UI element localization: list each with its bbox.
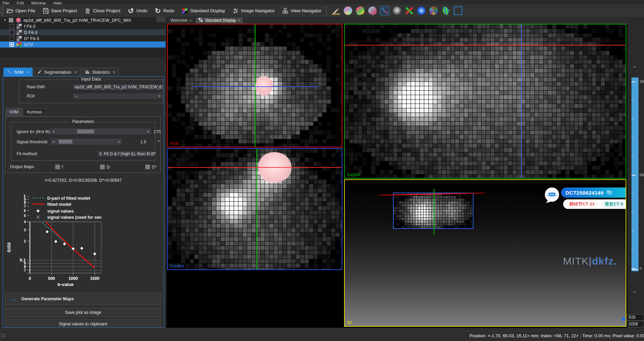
study-id-pill[interactable]: DCT250624149 (561, 187, 626, 198)
segmentation-pencil-tool-button[interactable] (332, 6, 340, 15)
slider-right-arrow[interactable]: ► (117, 140, 122, 143)
toolbar-save-project-button[interactable]: Save Project (42, 7, 77, 15)
coronal-plane-line[interactable] (192, 86, 319, 87)
toolbar-image-navigator-button[interactable]: Image Navigator (232, 7, 275, 15)
menu-item-edit[interactable]: Edit (17, 0, 24, 4)
svg-text:signal values (used for second: signal values (used for second fit) (47, 215, 116, 220)
data-node-root[interactable]: ▼ ep2d_diff_b50_800_Tra_p2 IVIM_TRACEW_D… (0, 17, 165, 23)
fiber-bundle-tool-button[interactable] (356, 6, 364, 15)
close-icon[interactable]: × (190, 18, 192, 22)
toolbar-button-label: Image Navigator (241, 8, 275, 13)
axial-viewport[interactable]: Axial (167, 24, 342, 147)
signal-threshold-star: * (158, 140, 160, 144)
toolbar-open-file-button[interactable]: Open File (6, 7, 35, 15)
finding-chip[interactable]: 肺结节CT 23 (566, 200, 598, 208)
tractography-tool-button[interactable] (442, 6, 450, 15)
robot-avatar-icon[interactable] (543, 187, 560, 204)
model-tab-kurtosis[interactable]: Kurtosis (23, 108, 46, 116)
visibility-checkbox[interactable] (9, 18, 13, 22)
visibility-checkbox[interactable] (10, 42, 14, 47)
mitk-dkfz-watermark: MITK|dkfz. (563, 255, 617, 267)
generate-parameter-maps-button[interactable]: → Generate Parameter Maps (5, 293, 161, 305)
close-icon[interactable]: × (238, 18, 240, 22)
data-node-d-fit-3[interactable]: D Fit-3 (0, 29, 165, 35)
level-value-field[interactable]: 515 (627, 314, 644, 321)
svg-text:fitted model: fitted model (47, 202, 71, 207)
slider-left-arrow[interactable]: ◄ (51, 140, 56, 143)
brain-labels-tool-button[interactable] (344, 6, 352, 15)
save-plot-button[interactable]: Save plot as image (5, 308, 161, 317)
editor-tab-welcome[interactable]: Welcome× (167, 17, 195, 24)
panel-tab-statistics[interactable]: Statistics× (81, 68, 119, 77)
ivim-diffusion-tool-button[interactable] (380, 6, 389, 15)
visibility-checkbox[interactable] (10, 24, 14, 29)
toolbar-redo-button[interactable]: ↻Redo (154, 7, 174, 15)
toolbar-grip-handle[interactable] (1, 6, 3, 15)
menu-item-window[interactable]: Window (31, 0, 46, 4)
sagittal-viewport[interactable]: Sagittal (344, 24, 626, 179)
panel-tab-segmentation[interactable]: Segmentation× (33, 68, 80, 77)
close-icon[interactable]: × (26, 70, 29, 75)
sagittal-plane-line[interactable] (255, 24, 255, 147)
coronal-viewport[interactable]: Coronal (167, 148, 342, 270)
roi-combobox[interactable]: -- ▼ (72, 93, 163, 100)
expander-icon[interactable]: ▼ (3, 18, 9, 22)
lw-tick-label: 1000 (640, 80, 644, 84)
editor-tab-standard-display[interactable]: Standard Display× (195, 17, 244, 24)
output-map-checkbox[interactable] (100, 165, 105, 169)
slider-handle[interactable] (59, 140, 72, 144)
model-tab-ivim[interactable]: IVIM (5, 108, 22, 116)
toolbar-standard-display-button[interactable]: Standard Display (181, 7, 225, 15)
menu-item-help[interactable]: Help (53, 0, 62, 4)
level-window-slider[interactable] (631, 77, 639, 272)
empty-selection-tool-button[interactable] (454, 6, 462, 15)
undo-icon: ↺ (127, 7, 135, 15)
output-map-checkbox[interactable] (55, 165, 60, 169)
axial-plane-line[interactable] (168, 167, 342, 168)
coronal-plane-line[interactable] (521, 24, 522, 178)
tree-scrollbar[interactable] (156, 17, 165, 22)
data-node-d-fit-3[interactable]: D* Fit-3 (0, 35, 165, 41)
toolbar-view-navigator-button[interactable]: View Navigator (282, 7, 322, 15)
3d-viewport[interactable]: DCT250624149 肺结节CT 23骨折CT 0 MITK|dkfz. 3… (344, 179, 626, 327)
window-value-field[interactable]: 1028 (627, 321, 644, 327)
slider-right-arrow[interactable]: ► (146, 130, 151, 133)
data-node-gtv[interactable]: GTV (0, 41, 165, 48)
close-icon[interactable]: × (113, 70, 115, 75)
fit-method-combobox[interactable]: 3. Fit D & f (high b), then fit D* ▼ (97, 150, 157, 157)
tab-label: Standard Display (205, 18, 236, 23)
toolbar-undo-button[interactable]: ↺Undo (127, 7, 147, 15)
data-node-f-fit-3[interactable]: f Fit-3 (0, 23, 165, 29)
slider-left-arrow[interactable]: ◄ (51, 130, 56, 133)
group-title: Parameters (70, 119, 97, 124)
tab-label: Statistics (92, 70, 110, 75)
raw-dwi-label: Raw DWI: (27, 85, 46, 89)
signal-values-clipboard-button[interactable]: Signal values to clipboard (5, 319, 161, 328)
raw-dwi-value: ep2d_diff_b50_800_Tra_p2 IVIM_TRACEW_DFC… (75, 85, 163, 89)
toolbar-close-project-button[interactable]: Close Project (84, 7, 120, 15)
signal-threshold-slider[interactable]: ◄ ► (51, 139, 122, 145)
brain-connectivity-tool-button[interactable] (417, 6, 426, 15)
panel-tab-ivim[interactable]: IVIM× (3, 68, 33, 77)
svg-text:0: 0 (29, 276, 31, 281)
visibility-checkbox[interactable] (10, 30, 14, 35)
lw-tick-label: 500 (640, 173, 644, 177)
visibility-checkbox[interactable] (10, 36, 14, 41)
odf-glyph-tool-button[interactable] (405, 6, 413, 15)
ignore-b-label: Ignore b< (first fit) (17, 129, 50, 134)
ignore-b-slider[interactable]: ◄ ► (51, 128, 151, 134)
finding-chip[interactable]: 骨折CT 0 (601, 200, 626, 208)
parcellation-map-tool-button[interactable] (429, 6, 438, 15)
slider-handle[interactable] (77, 129, 94, 133)
axial-plane-line[interactable] (345, 45, 626, 46)
clipping-tool-button[interactable] (368, 6, 377, 15)
menu-item-file[interactable]: File (3, 0, 9, 4)
sagittal-image (345, 24, 626, 178)
lw-tick-label: 0 (640, 267, 642, 270)
brain-mri-tool-button[interactable] (393, 6, 401, 15)
close-icon[interactable]: × (74, 70, 77, 75)
raw-dwi-combobox[interactable]: ep2d_diff_b50_800_Tra_p2 IVIM_TRACEW_DFC… (72, 84, 163, 90)
button-label: Save plot as image (65, 310, 101, 315)
button-label: Generate Parameter Maps (21, 297, 74, 301)
output-map-checkbox[interactable] (145, 165, 150, 169)
